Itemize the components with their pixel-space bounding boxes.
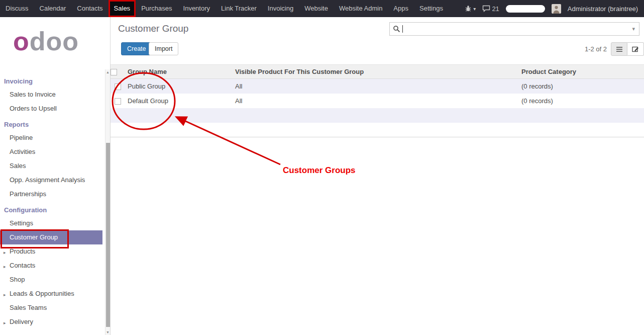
menu-inventory[interactable]: Inventory xyxy=(178,0,216,17)
chevron-right-icon: ▸ xyxy=(4,249,6,256)
select-all-checkbox[interactable] xyxy=(111,69,117,75)
table-row-default-group[interactable]: Default Group All (0 records) xyxy=(111,94,644,108)
avatar[interactable] xyxy=(552,4,561,14)
page-title: Customer Group xyxy=(118,23,188,34)
sidebar-item-sales-teams[interactable]: Sales Teams xyxy=(0,301,102,315)
main-content: Customer Group ▾ Create Import 1-2 of 2 xyxy=(111,17,644,335)
search-input[interactable] xyxy=(403,25,631,33)
sidebar-item-customer-group[interactable]: Customer Group xyxy=(0,230,102,244)
menu-link-tracker[interactable]: Link Tracker xyxy=(216,0,262,17)
user-menu[interactable]: Administrator (braintree) xyxy=(568,5,638,13)
row-checkbox[interactable] xyxy=(115,98,121,105)
column-visible-product[interactable]: Visible Product For This Customer Group xyxy=(232,65,518,79)
menu-calendar[interactable]: Calendar xyxy=(34,0,72,17)
cell-group-name: Default Group xyxy=(125,94,232,108)
top-navbar: Discuss Calendar Contacts Sales Purchase… xyxy=(0,0,644,17)
sidebar-item-delivery[interactable]: ▸Delivery xyxy=(0,315,102,329)
menu-settings[interactable]: Settings xyxy=(414,0,449,17)
messages-menu[interactable]: 21 xyxy=(482,5,499,13)
list-view-button[interactable] xyxy=(611,42,627,56)
sidebar-item-settings[interactable]: Settings xyxy=(0,216,102,230)
scroll-up-icon[interactable]: ▲ xyxy=(106,70,110,74)
menu-discuss[interactable]: Discuss xyxy=(0,0,34,17)
cell-visible-product: All xyxy=(232,94,518,108)
empty-row xyxy=(111,123,644,137)
cell-product-category: (0 records) xyxy=(518,79,644,94)
table-header-row: Group Name Visible Product For This Cust… xyxy=(111,65,644,79)
import-button[interactable]: Import xyxy=(149,42,178,55)
form-view-icon xyxy=(632,46,639,52)
row-checkbox[interactable] xyxy=(115,83,121,90)
sidebar-item-contacts[interactable]: ▸Contacts xyxy=(0,259,102,273)
systray-pill[interactable] xyxy=(506,5,545,13)
list-view-icon xyxy=(616,46,623,52)
view-switcher xyxy=(611,42,644,56)
bug-icon xyxy=(465,5,472,12)
customer-group-table: Group Name Visible Product For This Cust… xyxy=(111,64,644,137)
sidebar-item-activities[interactable]: Activities xyxy=(0,145,102,159)
sidebar-item-products[interactable]: ▸Products xyxy=(0,244,102,259)
sidebar-item-shop[interactable]: Shop xyxy=(0,273,102,287)
menu-website[interactable]: Website xyxy=(299,0,334,17)
sidebar-item-leads-opportunities[interactable]: ▸Leads & Opportunities xyxy=(0,287,102,301)
chevron-right-icon: ▸ xyxy=(4,263,6,270)
column-product-category[interactable]: Product Category xyxy=(518,65,644,79)
sidebar-scrollbar[interactable]: ▲ ▼ xyxy=(105,69,110,335)
empty-row xyxy=(111,108,644,123)
table-row-public-group[interactable]: Public Group All (0 records) xyxy=(111,79,644,94)
sidebar-section-configuration: Configuration xyxy=(0,201,110,216)
menu-apps[interactable]: Apps xyxy=(388,0,414,17)
sidebar-section-invoicing: Invoicing xyxy=(0,72,110,88)
menu-invoicing[interactable]: Invoicing xyxy=(262,0,299,17)
chevron-right-icon: ▸ xyxy=(4,319,6,326)
search-icon xyxy=(393,25,400,33)
cell-visible-product: All xyxy=(232,79,518,94)
debug-bug-menu[interactable]: ▾ xyxy=(465,5,476,12)
sidebar-item-sales[interactable]: Sales xyxy=(0,159,102,173)
logo-letters: doo xyxy=(30,27,79,56)
caret-down-icon: ▾ xyxy=(473,6,476,12)
odoo-logo[interactable]: odoo xyxy=(0,17,110,72)
sidebar-item-sales-to-invoice[interactable]: Sales to Invoice xyxy=(0,88,102,102)
sidebar-item-partnerships[interactable]: Partnerships xyxy=(0,187,102,201)
menu-website-admin[interactable]: Website Admin xyxy=(334,0,388,17)
sidebar-section-reports: Reports xyxy=(0,116,110,131)
scrollbar-thumb[interactable] xyxy=(106,143,110,327)
scroll-down-icon[interactable]: ▼ xyxy=(106,330,110,334)
menu-purchases[interactable]: Purchases xyxy=(136,0,177,17)
form-view-button[interactable] xyxy=(627,42,644,56)
systray: ▾ 21 Administrator (braintree) xyxy=(465,4,644,14)
message-count-badge: 21 xyxy=(492,5,499,13)
user-photo-icon xyxy=(552,4,561,14)
menu-sales[interactable]: Sales xyxy=(109,0,136,17)
sidebar-item-opp-assignment-analysis[interactable]: Opp. Assignment Analysis xyxy=(0,173,102,187)
sidebar-item-pipeline[interactable]: Pipeline xyxy=(0,131,102,145)
chevron-right-icon: ▸ xyxy=(4,291,6,298)
search-bar[interactable]: ▾ xyxy=(389,22,639,36)
pager: 1-2 of 2 xyxy=(557,45,607,53)
sidebar-item-orders-to-upsell[interactable]: Orders to Upsell xyxy=(0,102,102,116)
chat-bubble-icon xyxy=(482,5,490,12)
cell-group-name: Public Group xyxy=(125,79,232,94)
sidebar-menu: Invoicing Sales to Invoice Orders to Ups… xyxy=(0,72,110,329)
logo-letter: o xyxy=(13,27,30,56)
column-group-name[interactable]: Group Name xyxy=(125,65,232,79)
create-button[interactable]: Create xyxy=(121,42,152,55)
search-options-chevron-icon[interactable]: ▾ xyxy=(631,26,636,32)
menu-contacts[interactable]: Contacts xyxy=(71,0,108,17)
cell-product-category: (0 records) xyxy=(518,94,644,108)
sidebar: odoo Invoicing Sales to Invoice Orders t… xyxy=(0,17,111,335)
